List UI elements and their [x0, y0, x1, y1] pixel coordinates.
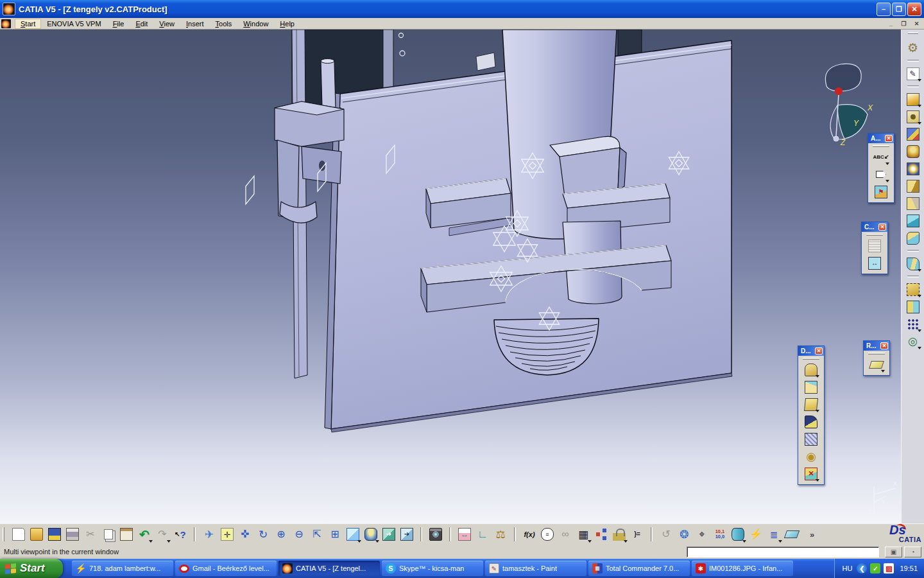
cut-icon[interactable]: ✂ — [81, 526, 99, 543]
menu-item-enovia-v5-vpm[interactable]: ENOVIA V5 VPM — [41, 19, 107, 29]
keyboard-language-indicator[interactable]: HU — [843, 565, 853, 572]
taskbar-task-opera[interactable]: Gmail - Beérkező level... — [175, 561, 277, 576]
toolbar-close-button[interactable]: ✕ — [878, 223, 886, 231]
dropdown-arrow-icon[interactable] — [918, 295, 921, 297]
menu-item-help[interactable]: Help — [274, 19, 300, 29]
dropdown-arrow-icon[interactable] — [918, 105, 921, 107]
toolbar-grip[interactable] — [803, 358, 819, 360]
pattern-icon[interactable] — [904, 315, 922, 333]
toolbar-overflow-chevron[interactable]: » — [810, 530, 813, 539]
toolbar-grip[interactable] — [866, 234, 883, 236]
redo-icon[interactable]: ↷ — [153, 526, 171, 543]
irfanview-tray-icon[interactable]: ▨ — [884, 563, 894, 574]
dropdown-arrow-icon[interactable] — [624, 540, 628, 543]
rib-icon[interactable] — [904, 177, 922, 195]
knowledge-toggle-button[interactable]: ◔ — [904, 547, 921, 557]
start-button[interactable]: Start — [0, 559, 63, 578]
model-canvas[interactable]: X Y Z X Y Z — [0, 30, 901, 523]
menu-item-file[interactable]: File — [107, 19, 130, 29]
shaft-icon[interactable] — [904, 143, 922, 160]
dropdown-arrow-icon[interactable] — [167, 540, 171, 543]
menu-item-insert[interactable]: Insert — [180, 19, 210, 29]
menu-item-tools[interactable]: Tools — [210, 19, 238, 29]
dropdown-arrow-icon[interactable] — [918, 347, 921, 349]
mdi-minimize-button[interactable]: _ — [886, 19, 896, 28]
dropdown-arrow-icon[interactable] — [375, 540, 379, 543]
toolbar-close-button[interactable]: ✕ — [885, 135, 893, 142]
constraint-dimension-icon[interactable] — [866, 254, 884, 272]
link-icon[interactable]: ∞ — [556, 526, 574, 543]
chamfer-icon[interactable] — [802, 378, 820, 396]
dressup-toolbar[interactable]: D...✕◉ — [798, 346, 825, 485]
toolbar-grip[interactable] — [908, 32, 918, 34]
hide-icons-button[interactable]: ❮ — [857, 563, 867, 574]
interrupt-update-icon[interactable]: ⚡ — [747, 526, 765, 543]
flag-note-icon[interactable] — [872, 166, 890, 183]
measure-inertia-icon[interactable]: ⚖ — [492, 526, 509, 543]
save-icon[interactable] — [46, 526, 64, 543]
dropdown-arrow-icon[interactable] — [742, 540, 746, 543]
thread-icon[interactable]: ◉ — [802, 448, 820, 465]
shading-icon[interactable] — [362, 526, 380, 543]
comment-icon[interactable]: ≡ — [538, 526, 556, 543]
dropdown-arrow-icon[interactable] — [816, 479, 819, 482]
lock-icon[interactable] — [610, 526, 628, 543]
dropdown-arrow-icon[interactable] — [886, 180, 889, 182]
reference-toolbar[interactable]: R...✕ — [863, 340, 890, 376]
taskbar-task-paint[interactable]: ✎tamasztek - Paint — [485, 561, 586, 576]
dropdown-arrow-icon[interactable] — [816, 410, 819, 412]
toolbar-close-button[interactable]: ✕ — [880, 342, 888, 349]
remove-face-icon[interactable] — [802, 465, 820, 482]
taskbar-task-winamp[interactable]: ⚡718. adam lambert:w... — [72, 561, 173, 576]
current-body-icon[interactable] — [729, 526, 747, 543]
draft-icon[interactable] — [802, 396, 820, 413]
iso-view-icon[interactable] — [344, 526, 362, 543]
loft-icon[interactable] — [904, 229, 922, 247]
toolbar-grip[interactable] — [868, 353, 885, 355]
dropdown-arrow-icon[interactable] — [357, 540, 361, 543]
restore-button[interactable]: ❐ — [892, 3, 906, 16]
viewport-3d[interactable]: X Y Z X Y Z A...✕ABCC...✕D...✕◉R...✕ — [0, 30, 901, 523]
shell-icon[interactable] — [802, 413, 820, 430]
undo-icon[interactable]: ↶ — [135, 526, 153, 543]
taskbar-task-irfanview[interactable]: ✱IM001286.JPG - Irfan... — [692, 561, 793, 576]
thickness-icon[interactable] — [802, 430, 820, 448]
mean-dimensions-icon[interactable]: 10,110,0 — [711, 526, 729, 543]
taskbar-task-total-commander[interactable]: ≣Total Commander 7.0... — [588, 561, 690, 576]
toolbar-close-button[interactable]: ✕ — [815, 347, 823, 355]
dropdown-arrow-icon[interactable] — [588, 540, 592, 543]
stiffener-icon[interactable] — [904, 212, 922, 229]
text-with-leader-icon[interactable]: ABC — [872, 148, 890, 166]
paste-special-icon[interactable]: ↺ — [657, 526, 675, 543]
mdi-restore-button[interactable]: ❐ — [898, 19, 909, 28]
measure-between-icon[interactable]: ↔ — [456, 526, 474, 543]
dropdown-arrow-icon[interactable] — [881, 370, 885, 372]
formula-icon[interactable]: f(x) — [520, 526, 538, 543]
menu-item-view[interactable]: View — [153, 19, 180, 29]
dropdown-arrow-icon[interactable] — [886, 162, 889, 165]
slot-icon[interactable] — [904, 195, 922, 212]
surface-feature-icon[interactable] — [904, 255, 922, 272]
toolbar-grip[interactable] — [3, 527, 4, 541]
hide-show-icon[interactable] — [380, 526, 398, 543]
dropdown-arrow-icon[interactable] — [918, 79, 921, 82]
multi-pad-icon[interactable] — [904, 125, 922, 143]
dropdown-arrow-icon[interactable] — [816, 375, 819, 378]
menu-item-window[interactable]: Window — [237, 19, 274, 29]
plane-icon[interactable] — [868, 356, 886, 373]
dropdown-arrow-icon[interactable] — [918, 122, 921, 125]
scale-icon[interactable]: ◎ — [904, 333, 922, 350]
swap-visible-icon[interactable] — [398, 526, 416, 543]
paste-icon[interactable] — [117, 526, 135, 543]
structure-list-icon[interactable]: ≣ — [765, 526, 783, 543]
taskbar-clock[interactable]: 19:51 — [900, 565, 918, 572]
print-icon[interactable] — [64, 526, 81, 543]
measure-item-icon[interactable]: ∟ — [474, 526, 492, 543]
capture-icon[interactable] — [427, 526, 445, 543]
groove-icon[interactable] — [904, 160, 922, 177]
whats-this-icon[interactable]: ? — [171, 526, 189, 543]
dropdown-arrow-icon[interactable] — [149, 540, 153, 543]
dropdown-arrow-icon[interactable] — [918, 269, 921, 272]
minimize-button[interactable]: – — [877, 3, 891, 16]
power-input-field[interactable] — [687, 547, 879, 557]
